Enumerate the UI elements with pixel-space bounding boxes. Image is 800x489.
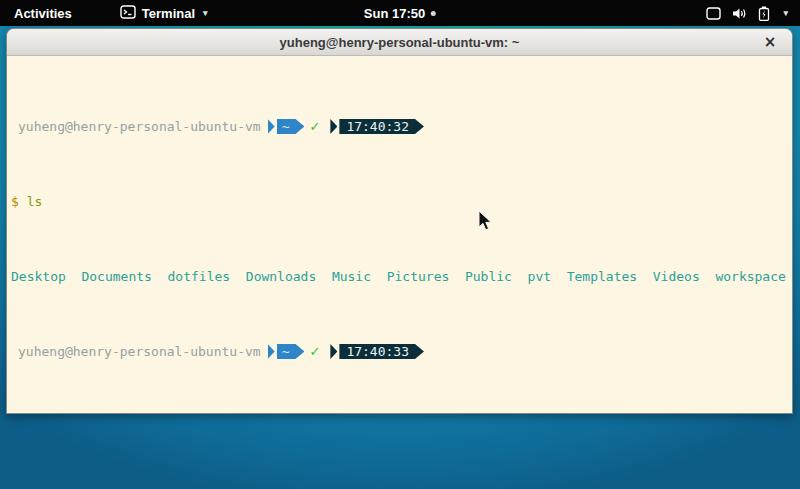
activities-button[interactable]: Activities	[0, 0, 86, 26]
prompt-line: yuheng@henry-personal-ubuntu-vm ~ ✓ 17:4…	[9, 119, 790, 134]
status-check-icon: ✓	[309, 119, 320, 134]
powerline-arrow-icon	[268, 344, 275, 359]
top-bar: Activities Terminal ▾ Sun 17:50	[0, 0, 800, 26]
prompt-cwd-segment: ~	[277, 119, 305, 134]
clock-label: Sun 17:50	[364, 6, 425, 21]
chevron-down-icon: ▾	[203, 8, 208, 18]
close-icon[interactable]: ×	[758, 29, 782, 55]
volume-icon	[732, 7, 747, 20]
powerline-arrow-icon	[268, 119, 275, 134]
powerline-arrow-icon	[330, 119, 337, 134]
window-title: yuheng@henry-personal-ubuntu-vm: ~	[280, 35, 520, 50]
status-check-icon: ✓	[309, 344, 320, 359]
battery-charging-icon	[758, 6, 770, 21]
screen-icon	[706, 7, 721, 20]
chevron-down-icon: ▾	[783, 8, 788, 18]
prompt-dollar: $	[11, 194, 19, 209]
notification-dot	[431, 11, 436, 16]
window-titlebar[interactable]: yuheng@henry-personal-ubuntu-vm: ~ ×	[7, 29, 792, 56]
terminal-app-icon	[120, 5, 136, 22]
app-menu-label: Terminal	[142, 6, 195, 21]
directory-listing: Desktop Documents dotfiles Downloads Mus…	[11, 269, 786, 284]
desktop: { "topbar": { "activities_label": "Activ…	[0, 0, 800, 489]
system-status-area[interactable]: ▾	[706, 0, 800, 26]
ls-output-line: Desktop Documents dotfiles Downloads Mus…	[9, 269, 790, 284]
terminal-screen[interactable]: yuheng@henry-personal-ubuntu-vm ~ ✓ 17:4…	[7, 56, 792, 414]
prompt-time-segment: 17:40:33	[339, 344, 424, 359]
terminal-window: yuheng@henry-personal-ubuntu-vm: ~ × yuh…	[6, 28, 793, 414]
clock-button[interactable]: Sun 17:50	[364, 0, 436, 26]
prompt-time-segment: 17:40:32	[339, 119, 424, 134]
powerline-arrow-icon	[330, 344, 337, 359]
prompt-user: yuheng@henry-personal-ubuntu-vm	[18, 119, 261, 134]
command-line: $ ls	[9, 194, 790, 209]
prompt-user: yuheng@henry-personal-ubuntu-vm	[18, 344, 261, 359]
prompt-cwd-segment: ~	[277, 344, 305, 359]
activities-label: Activities	[14, 6, 72, 21]
command-text: ls	[27, 194, 43, 209]
prompt-line: yuheng@henry-personal-ubuntu-vm ~ ✓ 17:4…	[9, 344, 790, 359]
app-menu-button[interactable]: Terminal ▾	[114, 0, 214, 26]
